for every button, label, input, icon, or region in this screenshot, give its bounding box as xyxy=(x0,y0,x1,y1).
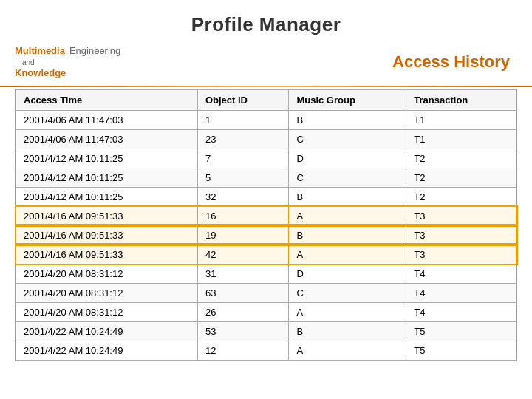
table-row: 2001/4/12 AM 10:11:2532BT2 xyxy=(16,187,516,206)
cell-access-time: 2001/4/20 AM 08:31:12 xyxy=(16,283,198,302)
cell-access-time: 2001/4/12 AM 10:11:25 xyxy=(16,149,198,168)
table-row: 2001/4/16 AM 09:51:3319BT3 xyxy=(16,225,516,245)
cell-access-time: 2001/4/20 AM 08:31:12 xyxy=(16,302,198,321)
cell-transaction: T5 xyxy=(406,341,516,360)
cell-object-id: 7 xyxy=(197,149,289,168)
cell-transaction: T1 xyxy=(406,110,516,129)
cell-access-time: 2001/4/22 AM 10:24:49 xyxy=(16,341,198,360)
cell-transaction: T3 xyxy=(406,245,516,264)
col-header-access-time: Access Time xyxy=(16,89,198,110)
header-bar: Multimedia Engineering and Knowledge Acc… xyxy=(0,42,532,83)
cell-transaction: T3 xyxy=(406,225,516,245)
table-row: 2001/4/20 AM 08:31:1226AT4 xyxy=(16,302,516,321)
cell-object-id: 63 xyxy=(197,283,289,302)
cell-music-group: A xyxy=(289,206,406,225)
table-row: 2001/4/12 AM 10:11:257DT2 xyxy=(16,149,516,168)
cell-access-time: 2001/4/06 AM 11:47:03 xyxy=(16,129,198,149)
cell-music-group: B xyxy=(289,110,406,129)
cell-transaction: T2 xyxy=(406,187,516,206)
cell-music-group: D xyxy=(289,264,406,283)
cell-object-id: 32 xyxy=(197,187,289,206)
cell-music-group: C xyxy=(289,168,406,187)
cell-access-time: 2001/4/12 AM 10:11:25 xyxy=(16,168,198,187)
cell-access-time: 2001/4/06 AM 11:47:03 xyxy=(16,110,198,129)
cell-object-id: 23 xyxy=(197,129,289,149)
cell-object-id: 12 xyxy=(197,341,289,360)
table-row: 2001/4/22 AM 10:24:4953BT5 xyxy=(16,321,516,341)
logo-multimedia: Multimedia xyxy=(15,45,65,58)
cell-music-group: A xyxy=(289,341,406,360)
cell-access-time: 2001/4/12 AM 10:11:25 xyxy=(16,187,198,206)
cell-transaction: T1 xyxy=(406,129,516,149)
table-row: 2001/4/12 AM 10:11:255CT2 xyxy=(16,168,516,187)
table-row: 2001/4/06 AM 11:47:031BT1 xyxy=(16,110,516,129)
cell-object-id: 1 xyxy=(197,110,289,129)
table-row: 2001/4/20 AM 08:31:1231DT4 xyxy=(16,264,516,283)
cell-transaction: T5 xyxy=(406,321,516,341)
logo: Multimedia Engineering and Knowledge xyxy=(15,45,120,80)
logo-knowledge: Knowledge xyxy=(15,67,66,78)
table-header-row: Access Time Object ID Music Group Transa… xyxy=(16,89,516,110)
cell-music-group: C xyxy=(289,283,406,302)
cell-access-time: 2001/4/16 AM 09:51:33 xyxy=(16,225,198,245)
logo-engineering: Engineering xyxy=(69,45,120,58)
cell-transaction: T4 xyxy=(406,302,516,321)
cell-music-group: D xyxy=(289,149,406,168)
cell-object-id: 26 xyxy=(197,302,289,321)
cell-access-time: 2001/4/20 AM 08:31:12 xyxy=(16,264,198,283)
cell-music-group: B xyxy=(289,187,406,206)
cell-access-time: 2001/4/22 AM 10:24:49 xyxy=(16,321,198,341)
cell-music-group: B xyxy=(289,225,406,245)
cell-transaction: T3 xyxy=(406,206,516,225)
cell-transaction: T2 xyxy=(406,149,516,168)
cell-music-group: A xyxy=(289,302,406,321)
cell-object-id: 16 xyxy=(197,206,289,225)
divider xyxy=(0,86,532,87)
access-history-title: Access History xyxy=(392,52,510,72)
cell-object-id: 53 xyxy=(197,321,289,341)
table-row: 2001/4/16 AM 09:51:3316AT3 xyxy=(16,206,516,225)
table-row: 2001/4/16 AM 09:51:3342AT3 xyxy=(16,245,516,264)
cell-object-id: 19 xyxy=(197,225,289,245)
cell-music-group: B xyxy=(289,321,406,341)
cell-object-id: 5 xyxy=(197,168,289,187)
cell-music-group: A xyxy=(289,245,406,264)
cell-access-time: 2001/4/16 AM 09:51:33 xyxy=(16,206,198,225)
cell-transaction: T2 xyxy=(406,168,516,187)
table-container: Access Time Object ID Music Group Transa… xyxy=(15,89,517,361)
col-header-transaction: Transaction xyxy=(406,89,516,110)
cell-access-time: 2001/4/16 AM 09:51:33 xyxy=(16,245,198,264)
page-title: Profile Manager xyxy=(0,0,532,42)
table-row: 2001/4/06 AM 11:47:0323CT1 xyxy=(16,129,516,149)
col-header-object-id: Object ID xyxy=(197,89,289,110)
cell-transaction: T4 xyxy=(406,264,516,283)
access-history-table: Access Time Object ID Music Group Transa… xyxy=(16,89,516,361)
cell-transaction: T4 xyxy=(406,283,516,302)
logo-and: and xyxy=(22,58,35,67)
cell-music-group: C xyxy=(289,129,406,149)
table-row: 2001/4/22 AM 10:24:4912AT5 xyxy=(16,341,516,360)
table-row: 2001/4/20 AM 08:31:1263CT4 xyxy=(16,283,516,302)
cell-object-id: 42 xyxy=(197,245,289,264)
cell-object-id: 31 xyxy=(197,264,289,283)
col-header-music-group: Music Group xyxy=(289,89,406,110)
